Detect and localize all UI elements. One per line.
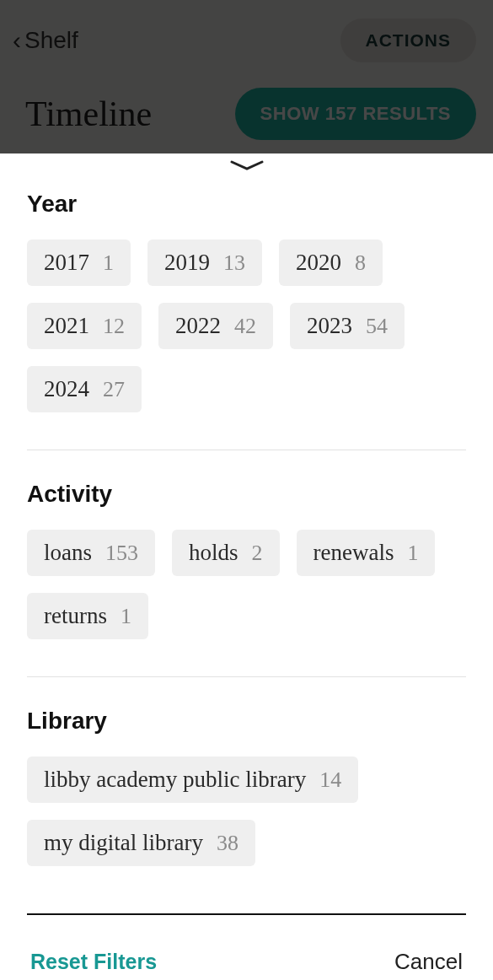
divider (27, 450, 466, 450)
chip-count: 38 (217, 831, 238, 856)
filter-sheet: Year 20171 201913 20208 202112 202242 20… (0, 153, 493, 975)
chip-count: 153 (105, 541, 138, 566)
divider (27, 676, 466, 677)
filter-chip-library[interactable]: libby academy public library14 (27, 757, 358, 803)
reset-filters-button[interactable]: Reset Filters (30, 950, 157, 974)
cancel-button[interactable]: Cancel (394, 949, 463, 975)
chip-row-year: 20171 201913 20208 202112 202242 202354 … (27, 240, 466, 412)
chip-label: holds (189, 540, 238, 566)
chip-label: 2021 (44, 313, 89, 339)
filter-chip-year[interactable]: 202242 (158, 303, 273, 349)
chip-count: 1 (121, 604, 131, 629)
filter-chip-year[interactable]: 202354 (290, 303, 405, 349)
chip-label: 2022 (175, 313, 221, 339)
chip-count: 42 (234, 314, 256, 339)
chevron-down-icon (230, 160, 264, 172)
chip-label: 2017 (44, 250, 89, 276)
filter-chip-year[interactable]: 202427 (27, 366, 142, 412)
chip-label: loans (44, 540, 92, 566)
filter-chip-year[interactable]: 202112 (27, 303, 142, 349)
chip-label: 2023 (307, 313, 352, 339)
filter-chip-activity[interactable]: returns1 (27, 593, 148, 639)
chip-row-activity: loans153 holds2 renewals1 returns1 (27, 530, 466, 639)
chip-count: 12 (103, 314, 125, 339)
filter-chip-year[interactable]: 20171 (27, 240, 131, 286)
filter-chip-year[interactable]: 201913 (147, 240, 262, 286)
footer: Reset Filters Cancel (27, 915, 466, 975)
dimmed-header: ‹ Shelf ACTIONS Timeline SHOW 157 RESULT… (0, 0, 493, 153)
filter-chip-year[interactable]: 20208 (279, 240, 383, 286)
chip-row-library: libby academy public library14 my digita… (27, 757, 466, 866)
section-title-activity: Activity (27, 481, 466, 508)
chip-count: 54 (366, 314, 388, 339)
chip-label: 2019 (164, 250, 210, 276)
chip-label: returns (44, 603, 107, 629)
chip-label: 2020 (296, 250, 341, 276)
chip-count: 27 (103, 377, 125, 402)
chip-count: 14 (319, 767, 341, 793)
filter-chip-library[interactable]: my digital library38 (27, 820, 255, 866)
chip-count: 8 (355, 250, 366, 276)
chip-label: my digital library (44, 830, 203, 856)
filter-chip-activity[interactable]: loans153 (27, 530, 155, 576)
chip-label: renewals (313, 540, 394, 566)
chip-count: 1 (103, 250, 114, 276)
chip-label: 2024 (44, 376, 89, 402)
chip-count: 13 (223, 250, 245, 276)
section-title-library: Library (27, 708, 466, 735)
chip-count: 1 (407, 541, 418, 566)
section-title-year: Year (27, 191, 466, 218)
filter-chip-activity[interactable]: renewals1 (297, 530, 436, 576)
drag-handle[interactable] (27, 153, 466, 191)
dim-overlay[interactable] (0, 0, 493, 153)
filter-chip-activity[interactable]: holds2 (172, 530, 280, 576)
chip-count: 2 (252, 541, 263, 566)
chip-label: libby academy public library (44, 767, 306, 793)
